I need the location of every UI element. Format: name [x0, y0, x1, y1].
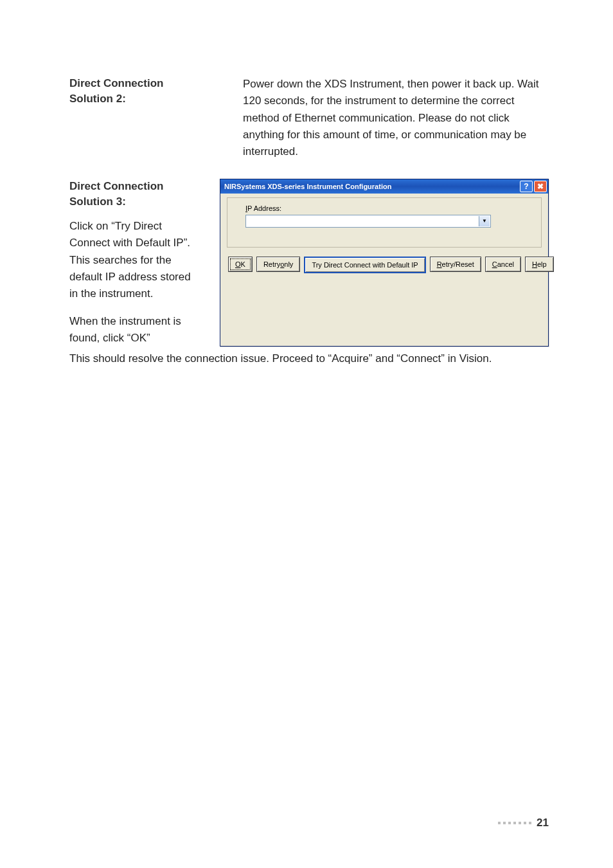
titlebar-help-button[interactable]: ?: [520, 181, 533, 192]
cancel-button[interactable]: Cancel: [485, 257, 521, 272]
solution-2-body: Power down the XDS Instrument, then powe…: [243, 76, 549, 161]
solution-2-block: Direct Connection Solution 2: Power down…: [69, 76, 549, 161]
solution-2-heading: Direct Connection Solution 2:: [69, 76, 198, 161]
ip-fieldset: IP Address: ▼: [227, 197, 542, 248]
solution-3-text-column: Direct Connection Solution 3: Click on “…: [69, 179, 202, 347]
document-page: Direct Connection Solution 2: Power down…: [0, 0, 613, 868]
page-footer: 21: [498, 817, 549, 829]
chevron-down-icon[interactable]: ▼: [479, 216, 490, 226]
ok-button[interactable]: OK: [228, 257, 253, 272]
titlebar-close-button[interactable]: ✖: [534, 181, 547, 192]
page-number: 21: [537, 817, 549, 829]
dialog-body: IP Address: ▼ OK Retry only Try D: [220, 194, 548, 281]
dialog-button-row: OK Retry only Try Direct Connect with De…: [227, 257, 542, 273]
retry-reset-button[interactable]: Retry/Reset: [430, 257, 481, 272]
solution-3-body-2: When the instrument is found, click “OK”: [69, 313, 202, 347]
retry-only-button[interactable]: Retry only: [256, 257, 300, 272]
ip-address-label: IP Address:: [245, 204, 532, 212]
dialog-titlebar[interactable]: NIRSystems XDS-series Instrument Configu…: [220, 179, 548, 194]
help-button[interactable]: Help: [525, 257, 554, 272]
solution-3-block: Direct Connection Solution 3: Click on “…: [69, 179, 549, 347]
ip-address-combobox[interactable]: ▼: [245, 215, 491, 228]
solution-3-heading: Direct Connection Solution 3:: [69, 179, 202, 210]
footer-dots-icon: [498, 822, 531, 824]
config-dialog: NIRSystems XDS-series Instrument Configu…: [220, 179, 549, 347]
solution-3-body: Click on “Try Direct Connect with Defaul…: [69, 218, 202, 303]
close-icon: ✖: [537, 182, 544, 191]
closing-paragraph: This should resolve the connection issue…: [69, 350, 549, 367]
dialog-title: NIRSystems XDS-series Instrument Configu…: [224, 183, 519, 190]
help-icon: ?: [524, 182, 528, 191]
try-direct-connect-button[interactable]: Try Direct Connect with Default IP: [304, 257, 425, 273]
